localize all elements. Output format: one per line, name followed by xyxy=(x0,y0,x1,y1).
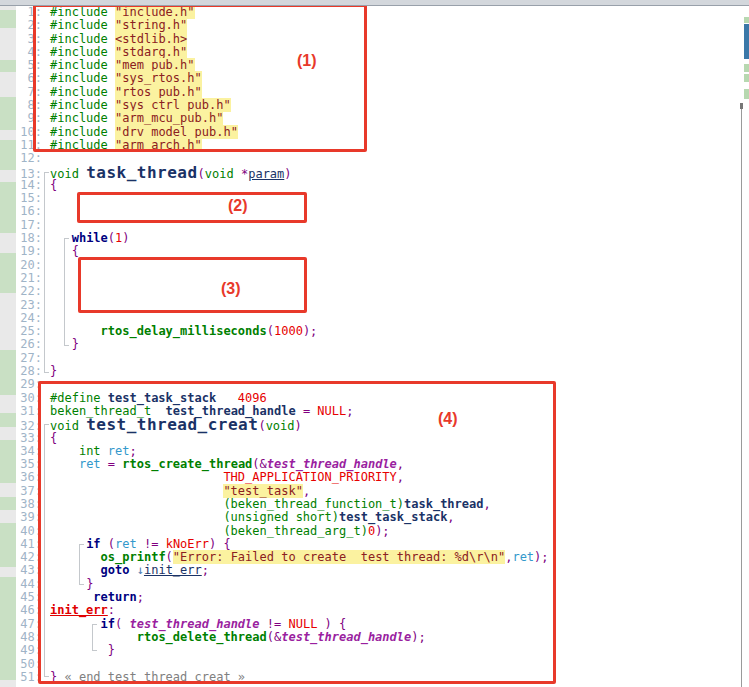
line-number: 30: xyxy=(0,392,42,405)
code-text: void task_thread(void *param) xyxy=(50,167,292,181)
line-number: 33: xyxy=(0,432,42,445)
code-line-27[interactable]: 27: xyxy=(0,352,749,365)
line-number: 45: xyxy=(0,591,42,604)
ruler-change-mark xyxy=(744,17,749,23)
code-line-18[interactable]: 18: while(1) xyxy=(0,232,749,245)
line-number: 46: xyxy=(0,604,42,617)
ruler-track-cap xyxy=(740,103,743,109)
line-number: 48: xyxy=(0,631,42,644)
annotation-box-1 xyxy=(33,4,367,152)
line-number: 18: xyxy=(0,232,42,245)
line-number: 37: xyxy=(0,485,42,498)
line-number: 17: xyxy=(0,219,42,232)
code-line-25[interactable]: 25: rtos_delay_milliseconds(1000); xyxy=(0,325,749,338)
code-line-28[interactable]: 28:} xyxy=(0,365,749,378)
line-number: 49: xyxy=(0,644,42,657)
code-text: } xyxy=(50,337,79,351)
line-number: 38: xyxy=(0,498,42,511)
line-number: 16: xyxy=(0,205,42,218)
line-number: 12: xyxy=(0,152,42,165)
line-number: 34: xyxy=(0,445,42,458)
line-number: 41: xyxy=(0,538,42,551)
line-number: 24: xyxy=(0,312,42,325)
code-text: } xyxy=(50,364,57,378)
line-number: 47: xyxy=(0,618,42,631)
line-number: 26: xyxy=(0,338,42,351)
annotation-box-2 xyxy=(77,192,307,223)
line-number: 25: xyxy=(0,325,42,338)
line-number: 35: xyxy=(0,458,42,471)
line-number: 20: xyxy=(0,259,42,272)
code-text: { xyxy=(50,178,57,192)
line-number: 14: xyxy=(0,179,42,192)
line-number: 22: xyxy=(0,285,42,298)
annotation-label: (3) xyxy=(221,280,241,298)
line-number: 44: xyxy=(0,578,42,591)
annotation-label: (4) xyxy=(438,410,458,428)
line-number: 15: xyxy=(0,192,42,205)
annotation-box-3 xyxy=(78,257,307,313)
line-number: 28: xyxy=(0,365,42,378)
ruler-change-mark xyxy=(744,89,749,99)
line-number: 43: xyxy=(0,564,42,577)
line-number: 29: xyxy=(0,378,42,391)
line-number: 27: xyxy=(0,352,42,365)
annotation-label: (2) xyxy=(228,197,248,215)
code-editor-window: 1:#include "include.h"2:#include "string… xyxy=(0,0,749,687)
line-number: 39: xyxy=(0,511,42,524)
line-number: 23: xyxy=(0,299,42,312)
ruler-track-line xyxy=(741,103,742,687)
line-number: 40: xyxy=(0,525,42,538)
ruler-change-mark xyxy=(744,64,749,72)
code-line-13[interactable]: 13:void task_thread(void *param) xyxy=(0,166,749,179)
line-number: 42: xyxy=(0,551,42,564)
code-text: while(1) xyxy=(50,231,130,245)
code-line-26[interactable]: 26: } xyxy=(0,338,749,351)
scrollbar-thumb[interactable] xyxy=(744,24,749,59)
line-number: 21: xyxy=(0,272,42,285)
line-number: 36: xyxy=(0,471,42,484)
line-number: 19: xyxy=(0,245,42,258)
code-text: rtos_delay_milliseconds(1000); xyxy=(50,324,317,338)
code-line-24[interactable]: 24: xyxy=(0,312,749,325)
ruler-change-mark xyxy=(744,74,749,82)
code-text: { xyxy=(50,244,79,258)
annotation-label: (1) xyxy=(297,52,317,70)
line-number: 50: xyxy=(0,658,42,671)
line-number: 31: xyxy=(0,405,42,418)
line-number: 51: xyxy=(0,671,42,684)
annotation-box-4 xyxy=(38,381,556,684)
window-top-edge-bar xyxy=(0,0,749,6)
